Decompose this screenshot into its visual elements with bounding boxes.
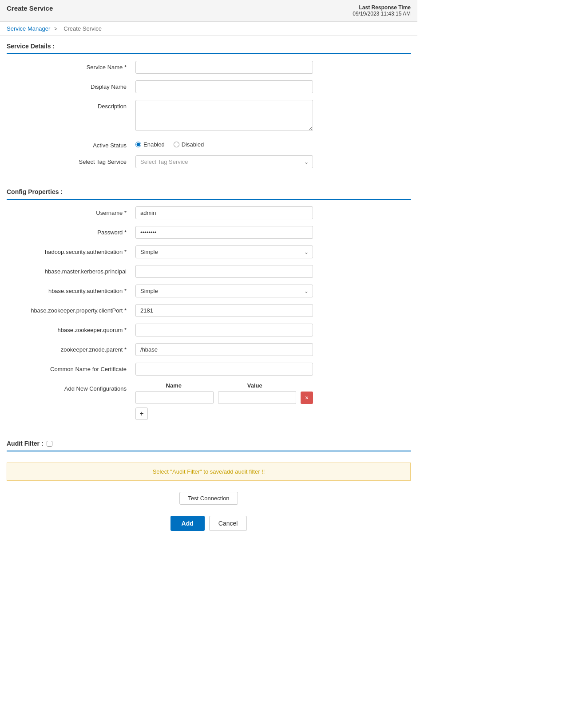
hbase-zookeeper-quorum-label: hbase.zookeeper.quorum [7,324,135,333]
audit-filter-title-text: Audit Filter : [7,440,43,447]
username-input[interactable] [135,206,313,219]
username-row: Username [7,206,411,219]
tag-service-row: Select Tag Service Select Tag Service ⌄ [7,155,411,168]
service-name-input[interactable] [135,61,313,74]
cancel-button[interactable]: Cancel [209,516,247,531]
test-connection-row: Test Connection [0,485,417,511]
hbase-zookeeper-quorum-row: hbase.zookeeper.quorum [7,324,411,336]
config-value-input-1[interactable] [218,391,296,404]
hbase-master-row: hbase.master.kerberos.principal [7,265,411,278]
value-col-header: Value [217,382,293,389]
breadcrumb: Service Manager > Create Service [0,22,417,36]
active-status-row: Active Status Enabled Disabled [7,139,411,149]
active-status-wrap: Enabled Disabled [135,139,313,148]
tag-service-select-wrapper: Select Tag Service ⌄ [135,155,313,168]
hadoop-auth-select[interactable]: Simple Kerberos [135,245,313,258]
tag-service-wrap: Select Tag Service ⌄ [135,155,313,168]
hadoop-auth-label: hadoop.security.authentication [7,245,135,255]
disabled-radio-label[interactable]: Disabled [174,141,204,148]
hbase-zookeeper-port-label: hbase.zookeeper.property.clientPort [7,304,135,314]
enabled-radio[interactable] [135,142,141,147]
display-name-input[interactable] [135,80,313,93]
enabled-radio-label[interactable]: Enabled [135,141,165,148]
zookeeper-znode-label: zookeeper.znode.parent [7,343,135,353]
service-details-section: Service Details : Service Name Display N… [0,36,417,182]
password-label: Password [7,226,135,236]
plus-icon: + [139,410,143,418]
add-new-config-wrap: Name Value × + [135,382,313,420]
config-properties-section: Config Properties : Username Password ha… [0,182,417,433]
config-properties-title: Config Properties : [7,188,411,200]
hbase-security-row: hbase.security.authentication Simple Ker… [7,285,411,297]
description-wrap [135,100,313,132]
password-input[interactable] [135,226,313,239]
action-col-header [297,382,313,389]
username-label: Username [7,206,135,216]
breadcrumb-separator: > [54,25,58,32]
config-row-1: × [135,391,313,404]
service-name-label: Service Name [7,61,135,71]
active-status-label: Active Status [7,139,135,149]
audit-notice-text: Select "Audit Filter" to save/add audit … [153,468,265,475]
hbase-master-label: hbase.master.kerberos.principal [7,265,135,275]
description-input[interactable] [135,100,313,131]
delete-icon: × [305,394,309,401]
hbase-security-label: hbase.security.authentication [7,285,135,294]
name-col-header: Name [135,382,212,389]
hbase-zookeeper-port-wrap [135,304,313,317]
description-row: Description [7,100,411,132]
hbase-security-select[interactable]: Simple Kerberos [135,285,313,297]
action-buttons: Add Cancel [0,511,417,540]
page-title: Create Service [7,4,53,12]
last-response-time: Last Response Time 09/19/2023 11:43:15 A… [353,4,411,17]
hadoop-auth-select-wrapper: Simple Kerberos ⌄ [135,245,313,258]
common-name-row: Common Name for Certificate [7,363,411,376]
zookeeper-znode-input[interactable] [135,343,313,356]
breadcrumb-current: Create Service [63,25,102,32]
password-wrap [135,226,313,239]
common-name-label: Common Name for Certificate [7,363,135,372]
service-details-title: Service Details : [7,43,411,54]
hbase-master-input[interactable] [135,265,313,278]
disabled-label: Disabled [182,141,204,148]
hbase-security-wrap: Simple Kerberos ⌄ [135,285,313,297]
hadoop-auth-wrap: Simple Kerberos ⌄ [135,245,313,258]
service-name-row: Service Name [7,61,411,74]
audit-filter-section: Audit Filter : [0,433,417,458]
hbase-zookeeper-quorum-wrap [135,324,313,336]
test-connection-button[interactable]: Test Connection [179,492,238,505]
audit-filter-checkbox[interactable] [47,441,52,447]
page-header: Create Service Last Response Time 09/19/… [0,0,417,22]
disabled-radio[interactable] [174,142,179,147]
add-new-config-label: Add New Configurations [7,382,135,392]
common-name-input[interactable] [135,363,313,376]
password-row: Password [7,226,411,239]
hadoop-auth-row: hadoop.security.authentication Simple Ke… [7,245,411,258]
delete-config-row-1-button[interactable]: × [301,392,313,404]
hbase-zookeeper-quorum-input[interactable] [135,324,313,336]
breadcrumb-service-manager[interactable]: Service Manager [7,25,50,32]
zookeeper-znode-wrap [135,343,313,356]
audit-notice: Select "Audit Filter" to save/add audit … [7,463,411,481]
display-name-label: Display Name [7,80,135,90]
display-name-row: Display Name [7,80,411,93]
tag-service-label: Select Tag Service [7,155,135,165]
service-name-wrap [135,61,313,74]
hbase-zookeeper-port-row: hbase.zookeeper.property.clientPort [7,304,411,317]
last-response-value: 09/19/2023 11:43:15 AM [353,11,411,17]
zookeeper-znode-row: zookeeper.znode.parent [7,343,411,356]
common-name-wrap [135,363,313,376]
add-new-config-row: Add New Configurations Name Value × + [7,382,411,420]
description-label: Description [7,100,135,110]
hbase-zookeeper-port-input[interactable] [135,304,313,317]
tag-service-select[interactable]: Select Tag Service [135,155,313,168]
config-name-input-1[interactable] [135,391,214,404]
add-button[interactable]: Add [170,516,205,531]
display-name-wrap [135,80,313,93]
active-status-radio-group: Enabled Disabled [135,139,313,148]
hbase-master-wrap [135,265,313,278]
username-wrap [135,206,313,219]
last-response-label: Last Response Time [353,4,411,11]
add-config-row-button[interactable]: + [135,408,148,420]
audit-filter-title: Audit Filter : [7,440,411,451]
